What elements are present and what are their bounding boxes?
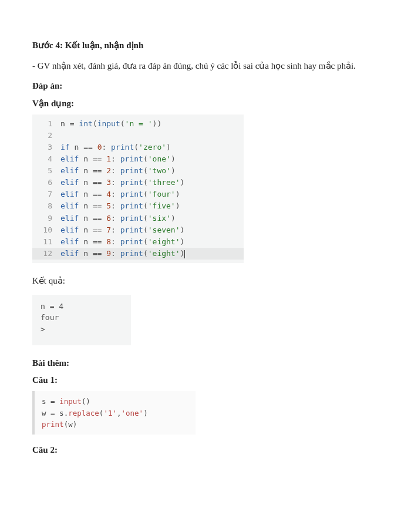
code-content: elif n == 8: print('eight') — [60, 236, 184, 248]
line-number: 8 — [32, 200, 60, 212]
code-line: 6elif n == 3: print('three') — [32, 177, 244, 188]
apply-label: Vận dụng: — [32, 98, 379, 109]
code-line: 5elif n == 2: print('two') — [32, 165, 244, 177]
code-content: elif n == 7: print('seven') — [60, 224, 184, 236]
line-number: 2 — [32, 130, 60, 142]
line-number: 4 — [32, 153, 60, 165]
step-body: - GV nhận xét, đánh giá, đưa ra đáp án đ… — [32, 59, 379, 74]
snippet-line: w = s.replace('1','one') — [42, 408, 188, 419]
snippet-block-q1: s = input()w = s.replace('1','one')print… — [32, 391, 196, 435]
code-content: elif n == 6: print('six') — [60, 213, 176, 224]
q1-label: Câu 1: — [32, 375, 379, 385]
code-line: 8elif n == 5: print('five') — [32, 200, 244, 212]
line-number: 12 — [32, 248, 60, 260]
q2-label: Câu 2: — [32, 445, 379, 455]
code-line: 12elif n == 9: print('eight') — [32, 248, 244, 260]
extra-label: Bài thêm: — [32, 358, 379, 368]
code-line: 1n = int(input('n = ')) — [32, 118, 244, 130]
code-block-main: 1n = int(input('n = '))23if n == 0: prin… — [32, 115, 244, 264]
code-content: elif n == 3: print('three') — [60, 177, 184, 188]
code-line: 11elif n == 8: print('eight') — [32, 236, 244, 248]
code-content: elif n == 5: print('five') — [60, 200, 180, 212]
code-line: 10elif n == 7: print('seven') — [32, 224, 244, 236]
line-number: 3 — [32, 142, 60, 153]
output-block: n = 4 four > — [32, 295, 131, 346]
result-label: Kết quả: — [32, 274, 379, 289]
line-number: 5 — [32, 165, 60, 177]
code-line: 4elif n == 1: print('one') — [32, 153, 244, 165]
code-content: n = int(input('n = ')) — [60, 118, 161, 130]
code-line: 2 — [32, 130, 244, 142]
line-number: 7 — [32, 188, 60, 200]
page: Bước 4: Kết luận, nhận định - GV nhận xé… — [0, 0, 411, 532]
answer-label: Đáp án: — [32, 81, 379, 91]
line-number: 9 — [32, 213, 60, 224]
code-content: elif n == 2: print('two') — [60, 165, 176, 177]
code-content: elif n == 4: print('four') — [60, 188, 180, 200]
snippet-line: print(w) — [42, 419, 188, 430]
code-content: elif n == 1: print('one') — [60, 153, 176, 165]
code-content: elif n == 9: print('eight') — [60, 248, 185, 260]
line-number: 10 — [32, 224, 60, 236]
code-line: 3if n == 0: print('zero') — [32, 142, 244, 153]
code-content: if n == 0: print('zero') — [60, 142, 171, 153]
line-number: 6 — [32, 177, 60, 188]
code-line: 7elif n == 4: print('four') — [32, 188, 244, 200]
snippet-line: s = input() — [42, 396, 188, 407]
text-cursor — [184, 250, 185, 258]
step-heading: Bước 4: Kết luận, nhận định — [32, 40, 379, 50]
code-line: 9elif n == 6: print('six') — [32, 213, 244, 224]
line-number: 11 — [32, 236, 60, 248]
line-number: 1 — [32, 118, 60, 130]
